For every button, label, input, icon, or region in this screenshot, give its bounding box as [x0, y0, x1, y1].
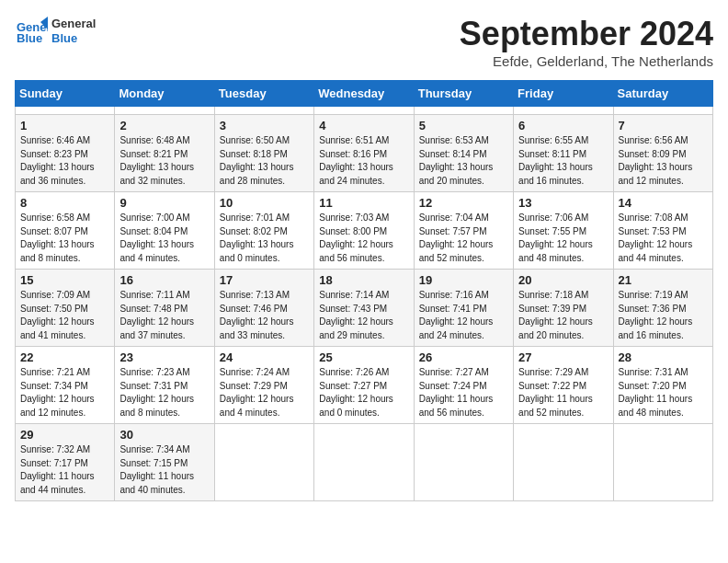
day-number: 23 — [119, 350, 209, 364]
day-number: 8 — [20, 196, 109, 210]
day-number: 26 — [419, 350, 508, 364]
calendar-day-cell: 18Sunrise: 7:14 AMSunset: 7:43 PMDayligh… — [314, 270, 414, 347]
empty-cell — [613, 424, 712, 501]
empty-cell — [115, 107, 214, 115]
day-number: 9 — [119, 196, 209, 210]
day-info: Sunrise: 7:29 AMSunset: 7:22 PMDaylight:… — [518, 366, 608, 419]
empty-cell — [314, 107, 414, 115]
calendar-header-sunday: Sunday — [16, 81, 115, 107]
calendar-week-row — [16, 107, 713, 115]
calendar-day-cell: 3Sunrise: 6:50 AMSunset: 8:18 PMDaylight… — [214, 115, 313, 192]
day-info: Sunrise: 7:34 AMSunset: 7:15 PMDaylight:… — [119, 443, 209, 497]
day-info: Sunrise: 6:51 AMSunset: 8:16 PMDaylight:… — [319, 134, 408, 188]
calendar-body: 1Sunrise: 6:46 AMSunset: 8:23 PMDaylight… — [16, 107, 713, 501]
day-info: Sunrise: 7:09 AMSunset: 7:50 PMDaylight:… — [20, 289, 109, 342]
calendar-day-cell: 28Sunrise: 7:31 AMSunset: 7:20 PMDayligh… — [613, 347, 712, 424]
calendar-day-cell: 12Sunrise: 7:04 AMSunset: 7:57 PMDayligh… — [414, 192, 513, 270]
day-info: Sunrise: 6:58 AMSunset: 8:07 PMDaylight:… — [20, 212, 109, 265]
day-info: Sunrise: 6:50 AMSunset: 8:18 PMDaylight:… — [220, 134, 309, 188]
day-info: Sunrise: 7:08 AMSunset: 7:53 PMDaylight:… — [619, 212, 708, 265]
day-info: Sunrise: 6:46 AMSunset: 8:23 PMDaylight:… — [20, 134, 109, 188]
day-number: 1 — [20, 119, 109, 132]
day-info: Sunrise: 7:27 AMSunset: 7:24 PMDaylight:… — [419, 366, 508, 419]
empty-cell — [16, 107, 115, 115]
empty-cell — [214, 107, 313, 115]
calendar-header-monday: Monday — [115, 81, 214, 107]
calendar-day-cell: 17Sunrise: 7:13 AMSunset: 7:46 PMDayligh… — [214, 270, 313, 347]
day-info: Sunrise: 7:32 AMSunset: 7:17 PMDaylight:… — [20, 443, 109, 497]
day-number: 11 — [319, 196, 408, 210]
calendar-header-friday: Friday — [514, 81, 613, 107]
svg-text:Blue: Blue — [17, 31, 42, 45]
calendar-day-cell: 21Sunrise: 7:19 AMSunset: 7:36 PMDayligh… — [613, 270, 712, 347]
calendar-header-tuesday: Tuesday — [214, 81, 313, 107]
calendar-day-cell: 13Sunrise: 7:06 AMSunset: 7:55 PMDayligh… — [514, 192, 613, 270]
day-info: Sunrise: 7:18 AMSunset: 7:39 PMDaylight:… — [518, 289, 608, 342]
day-info: Sunrise: 7:21 AMSunset: 7:34 PMDaylight:… — [20, 366, 109, 419]
calendar-day-cell: 25Sunrise: 7:26 AMSunset: 7:27 PMDayligh… — [314, 347, 414, 424]
day-number: 2 — [119, 119, 209, 132]
calendar-day-cell: 6Sunrise: 6:55 AMSunset: 8:11 PMDaylight… — [514, 115, 613, 192]
day-info: Sunrise: 7:14 AMSunset: 7:43 PMDaylight:… — [319, 289, 408, 342]
calendar-day-cell: 1Sunrise: 6:46 AMSunset: 8:23 PMDaylight… — [16, 115, 115, 192]
calendar-day-cell: 27Sunrise: 7:29 AMSunset: 7:22 PMDayligh… — [514, 347, 613, 424]
day-number: 7 — [619, 119, 708, 132]
day-info: Sunrise: 7:16 AMSunset: 7:41 PMDaylight:… — [419, 289, 508, 342]
day-number: 20 — [518, 273, 608, 287]
day-number: 17 — [220, 273, 309, 287]
logo-text-blue: Blue — [51, 31, 96, 46]
month-title: September 2024 — [460, 15, 713, 53]
day-info: Sunrise: 7:23 AMSunset: 7:31 PMDaylight:… — [119, 366, 209, 419]
calendar-day-cell: 29Sunrise: 7:32 AMSunset: 7:17 PMDayligh… — [16, 424, 115, 501]
day-number: 4 — [319, 119, 408, 132]
calendar-day-cell: 8Sunrise: 6:58 AMSunset: 8:07 PMDaylight… — [16, 192, 115, 270]
day-info: Sunrise: 7:00 AMSunset: 8:04 PMDaylight:… — [119, 212, 209, 265]
day-info: Sunrise: 7:26 AMSunset: 7:27 PMDaylight:… — [319, 366, 408, 419]
day-info: Sunrise: 7:19 AMSunset: 7:36 PMDaylight:… — [619, 289, 708, 342]
calendar-day-cell: 24Sunrise: 7:24 AMSunset: 7:29 PMDayligh… — [214, 347, 313, 424]
calendar-day-cell: 9Sunrise: 7:00 AMSunset: 8:04 PMDaylight… — [115, 192, 214, 270]
day-info: Sunrise: 7:13 AMSunset: 7:46 PMDaylight:… — [220, 289, 309, 342]
day-number: 16 — [119, 273, 209, 287]
calendar-day-cell: 19Sunrise: 7:16 AMSunset: 7:41 PMDayligh… — [414, 270, 513, 347]
day-number: 12 — [419, 196, 508, 210]
calendar-day-cell: 4Sunrise: 6:51 AMSunset: 8:16 PMDaylight… — [314, 115, 414, 192]
calendar-header-row: SundayMondayTuesdayWednesdayThursdayFrid… — [16, 81, 713, 107]
calendar-day-cell: 14Sunrise: 7:08 AMSunset: 7:53 PMDayligh… — [613, 192, 712, 270]
day-info: Sunrise: 7:06 AMSunset: 7:55 PMDaylight:… — [518, 212, 608, 265]
calendar-day-cell: 23Sunrise: 7:23 AMSunset: 7:31 PMDayligh… — [115, 347, 214, 424]
day-info: Sunrise: 7:24 AMSunset: 7:29 PMDaylight:… — [220, 366, 309, 419]
calendar-week-row: 1Sunrise: 6:46 AMSunset: 8:23 PMDaylight… — [16, 115, 713, 192]
day-number: 10 — [220, 196, 309, 210]
calendar-week-row: 22Sunrise: 7:21 AMSunset: 7:34 PMDayligh… — [16, 347, 713, 424]
day-info: Sunrise: 6:48 AMSunset: 8:21 PMDaylight:… — [119, 134, 209, 188]
calendar-day-cell: 11Sunrise: 7:03 AMSunset: 8:00 PMDayligh… — [314, 192, 414, 270]
calendar-day-cell: 30Sunrise: 7:34 AMSunset: 7:15 PMDayligh… — [115, 424, 214, 501]
day-info: Sunrise: 7:03 AMSunset: 8:00 PMDaylight:… — [319, 212, 408, 265]
day-number: 28 — [619, 350, 708, 364]
calendar-day-cell: 7Sunrise: 6:56 AMSunset: 8:09 PMDaylight… — [613, 115, 712, 192]
empty-cell — [314, 424, 414, 501]
calendar-header-wednesday: Wednesday — [314, 81, 414, 107]
empty-cell — [214, 424, 313, 501]
calendar-table: SundayMondayTuesdayWednesdayThursdayFrid… — [15, 80, 713, 501]
day-number: 3 — [220, 119, 309, 132]
day-info: Sunrise: 6:55 AMSunset: 8:11 PMDaylight:… — [518, 134, 608, 188]
logo: General Blue General Blue — [15, 15, 96, 48]
empty-cell — [414, 424, 513, 501]
calendar-header-saturday: Saturday — [613, 81, 712, 107]
calendar-header-thursday: Thursday — [414, 81, 513, 107]
day-number: 29 — [20, 428, 109, 442]
empty-cell — [414, 107, 513, 115]
page-header: General Blue General Blue September 2024… — [15, 15, 713, 69]
day-info: Sunrise: 7:01 AMSunset: 8:02 PMDaylight:… — [220, 212, 309, 265]
day-info: Sunrise: 7:11 AMSunset: 7:48 PMDaylight:… — [119, 289, 209, 342]
calendar-day-cell: 16Sunrise: 7:11 AMSunset: 7:48 PMDayligh… — [115, 270, 214, 347]
day-number: 22 — [20, 350, 109, 364]
empty-cell — [514, 424, 613, 501]
day-number: 19 — [419, 273, 508, 287]
day-number: 27 — [518, 350, 608, 364]
empty-cell — [514, 107, 613, 115]
calendar-week-row: 8Sunrise: 6:58 AMSunset: 8:07 PMDaylight… — [16, 192, 713, 270]
day-number: 21 — [619, 273, 708, 287]
